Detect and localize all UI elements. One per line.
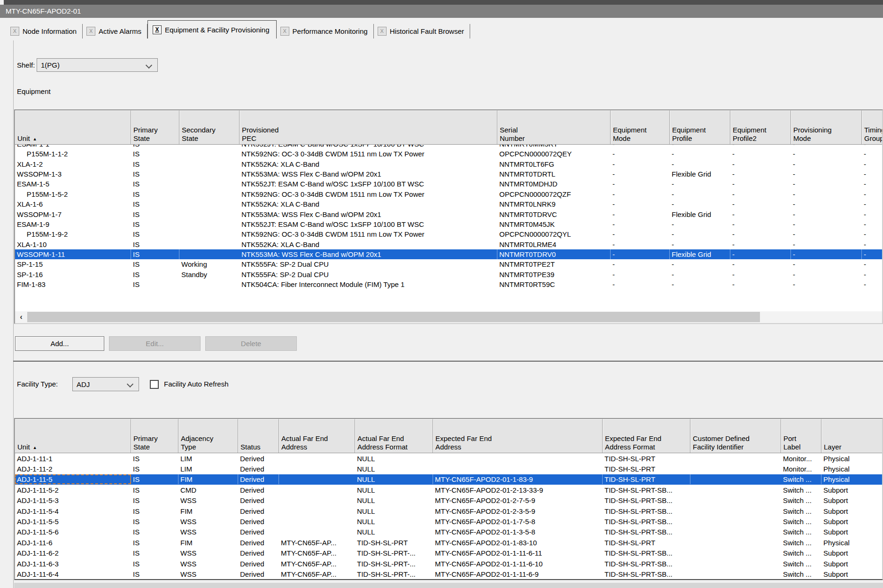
delete-button[interactable]: Delete: [205, 336, 297, 351]
edit-button[interactable]: Edit...: [109, 336, 201, 351]
cell: -: [791, 259, 862, 269]
cell: MTY-CN65F-APOD2-01-1-3-5-8: [433, 527, 603, 537]
row-esam-1-5[interactable]: ESAM-1-5ISNTK552JT: ESAM C-Band w/OSC 1x…: [15, 179, 882, 189]
column-header-equipment-profile2[interactable]: Equipment Profile2: [730, 110, 791, 144]
row-adj-1-11-6-4[interactable]: ADJ-1-11-6-4ISWSSDerivedMTY-CN65F-AP...T…: [15, 569, 882, 579]
add-button[interactable]: Add...: [15, 336, 104, 351]
row-adj-1-11-6[interactable]: ADJ-1-11-6ISFIMDerivedMTY-CN65F-AP...TID…: [15, 537, 882, 548]
row-wssopm-1-11[interactable]: WSSOPM-1-11ISNTK553MA: WSS Flex C-Band w…: [15, 249, 882, 259]
row-adj-1-11-5-4[interactable]: ADJ-1-11-5-4ISFIMDerivedNULLMTY-CN65F-AP…: [15, 506, 882, 516]
cell: Derived: [238, 517, 279, 526]
column-header-secondary-state[interactable]: Secondary State: [179, 110, 240, 144]
tab-close-icon[interactable]: X: [86, 27, 95, 36]
row-esam-1-9[interactable]: ESAM-1-9ISNTK552JT: ESAM C-Band w/OSC 1x…: [15, 219, 882, 229]
column-header-port-label[interactable]: Port Label: [781, 419, 821, 453]
cell: IS: [131, 485, 178, 495]
row-adj-1-11-6-3[interactable]: ADJ-1-11-6-3ISWSSDerivedMTY-CN65F-AP...T…: [15, 558, 882, 569]
cell: NULL: [355, 474, 433, 484]
facility-type-dropdown[interactable]: ADJ: [72, 377, 139, 391]
column-header-label: Unit: [17, 443, 30, 451]
row-adj-1-11-2[interactable]: ADJ-1-11-2ISLIMDerivedNULLTID-SH-SL-PRTM…: [15, 464, 882, 474]
tab-close-icon[interactable]: X: [153, 25, 162, 34]
row-adj-1-11-5[interactable]: ADJ-1-11-5ISFIMDerivedNULLMTY-CN65F-APOD…: [15, 474, 882, 485]
tab-close-icon[interactable]: X: [378, 27, 387, 36]
column-header-provisioning-mode[interactable]: Provisioning Mode: [791, 110, 862, 144]
scrollbar-thumb[interactable]: [27, 312, 760, 322]
row-fim-1-83[interactable]: FIM-1-83ISNTK504CA: Fiber Interconnect M…: [15, 279, 882, 289]
column-header-label: Equipment Profile2: [733, 126, 767, 143]
row-sp-1-16[interactable]: SP-1-16ISStandbyNTK555FA: SP-2 Dual CPUN…: [15, 270, 882, 279]
cell: NNTMRT0M45JK: [497, 219, 611, 229]
column-header-status[interactable]: Status: [238, 419, 279, 453]
cell: -: [730, 229, 791, 239]
column-header-customer-defined-facility-identifier[interactable]: Customer Defined Facility Identifier: [690, 419, 781, 453]
tab-close-icon[interactable]: X: [280, 27, 289, 36]
cell: MTY-CN65F-APOD2-01-1-11-6-10: [433, 559, 603, 569]
tab-node-information[interactable]: XNode Information: [7, 24, 83, 39]
row-wssopm-1-3[interactable]: WSSOPM-1-3ISNTK553MA: WSS Flex C-Band w/…: [15, 169, 882, 179]
facility-auto-refresh-label: Facility Auto Refresh: [164, 377, 229, 391]
cell: -: [862, 169, 882, 179]
cell: MTY-CN65F-AP...: [279, 569, 355, 579]
cell: IS: [131, 189, 179, 199]
facility-auto-refresh-checkbox[interactable]: [150, 380, 159, 389]
row-adj-1-11-1[interactable]: ADJ-1-11-1ISLIMDerivedNULLTID-SH-SL-PRTM…: [15, 453, 882, 464]
column-header-expected-far-end-address-format[interactable]: Expected Far End Address Format: [603, 419, 690, 453]
tab-active-alarms[interactable]: XActive Alarms: [83, 24, 147, 39]
row-adj-1-11-5-6[interactable]: ADJ-1-11-5-6ISWSSDerivedNULLMTY-CN65F-AP…: [15, 527, 882, 537]
column-header-expected-far-end-address[interactable]: Expected Far End Address: [433, 419, 603, 453]
tab-close-icon[interactable]: X: [10, 27, 19, 36]
row-xla-1-10[interactable]: XLA-1-10ISNTK552KA: XLA C-BandNNTMRT0LRM…: [15, 240, 882, 249]
tab-equipment-facility-provisioning[interactable]: XEquipment & Facility Provisioning: [147, 20, 277, 39]
column-header-adjacency-type[interactable]: Adjacency Type: [178, 419, 238, 453]
column-header-layer[interactable]: Layer: [821, 419, 882, 453]
content-panel-left-border: [13, 40, 14, 588]
column-header-primary-state[interactable]: Primary State: [131, 110, 179, 144]
cell: NULL: [355, 506, 433, 516]
row-sp-1-15[interactable]: SP-1-15ISWorkingNTK555FA: SP-2 Dual CPUN…: [15, 259, 882, 269]
row-esam-1-1[interactable]: ESAM-1-1ISNTK552JT: ESAM C-Band w/OSC 1x…: [15, 145, 882, 149]
row-adj-1-11-5-2[interactable]: ADJ-1-11-5-2ISCMDDerivedNULLMTY-CN65F-AP…: [15, 485, 882, 495]
column-header-equipment-profile[interactable]: Equipment Profile: [670, 110, 730, 144]
cell: -: [791, 145, 862, 149]
cell: TID-SH-SL-PRT: [355, 538, 433, 548]
cell: Switch ...: [781, 495, 821, 505]
section-splitter[interactable]: [13, 361, 883, 362]
scroll-left-icon[interactable]: ‹: [15, 311, 27, 323]
row-p155m-1-1-2[interactable]: P155M-1-1-2ISNTK592NG: OC-3 0-34dB CWDM …: [15, 149, 882, 159]
column-header-timing-group[interactable]: Timing Group: [862, 110, 882, 144]
cell: NTK592NG: OC-3 0-34dB CWDM 1511 nm Low T…: [240, 149, 497, 159]
row-adj-1-11-6-2[interactable]: ADJ-1-11-6-2ISWSSDerivedMTY-CN65F-AP...T…: [15, 548, 882, 558]
application-window: MTY-CN65F-APOD2-01 XNode InformationXAct…: [0, 0, 883, 588]
column-header-serial-number[interactable]: Serial Number: [497, 110, 611, 144]
cell: -: [730, 209, 791, 219]
column-header-label: Equipment Mode: [613, 126, 647, 143]
row-xla-1-6[interactable]: XLA-1-6ISNTK552KA: XLA C-BandNNTMRT0LNRK…: [15, 199, 882, 209]
cell: Switch ...: [781, 517, 821, 526]
column-header-unit[interactable]: Unit▲: [15, 419, 131, 453]
cell: WSS: [178, 559, 238, 569]
equipment-horizontal-scrollbar[interactable]: ‹: [15, 310, 882, 323]
row-xla-1-2[interactable]: XLA-1-2ISNTK552KA: XLA C-BandNNTMRT0LT6F…: [15, 159, 882, 169]
column-header-actual-far-end-address-format[interactable]: Actual Far End Address Format: [355, 419, 433, 453]
column-header-unit[interactable]: Unit▲: [15, 110, 131, 144]
shelf-dropdown[interactable]: 1(PG): [37, 58, 158, 72]
cell: Derived: [238, 538, 279, 548]
cell: MTY-CN65F-APOD2-01-2-13-33-9: [433, 485, 603, 495]
facility-bottom-scrollbar[interactable]: [14, 583, 883, 588]
cell: NTK552JT: ESAM C-Band w/OSC 1xSFP 10/100…: [240, 219, 497, 229]
column-header-equipment-mode[interactable]: Equipment Mode: [611, 110, 670, 144]
tab-performance-monitoring[interactable]: XPerformance Monitoring: [277, 24, 374, 39]
column-header-primary-state[interactable]: Primary State: [131, 419, 178, 453]
row-adj-1-11-5-5[interactable]: ADJ-1-11-5-5ISWSSDerivedNULLMTY-CN65F-AP…: [15, 516, 882, 526]
cell: -: [862, 249, 882, 259]
column-header-provisioned-pec[interactable]: Provisioned PEC: [240, 110, 497, 144]
column-header-actual-far-end-address[interactable]: Actual Far End Address: [279, 419, 355, 453]
column-header-label: Primary State: [133, 126, 158, 143]
tab-historical-fault-browser[interactable]: XHistorical Fault Browser: [374, 24, 470, 39]
row-adj-1-11-5-3[interactable]: ADJ-1-11-5-3ISWSSDerivedNULLMTY-CN65F-AP…: [15, 495, 882, 506]
row-p155m-1-5-2[interactable]: P155M-1-5-2ISNTK592NG: OC-3 0-34dB CWDM …: [15, 189, 882, 199]
row-wssopm-1-7[interactable]: WSSOPM-1-7ISNTK553MA: WSS Flex C-Band w/…: [15, 209, 882, 219]
row-p155m-1-9-2[interactable]: P155M-1-9-2ISNTK592NG: OC-3 0-34dB CWDM …: [15, 229, 882, 239]
cell: MTY-CN65F-APOD2-01-2-7-5-9: [433, 495, 603, 505]
